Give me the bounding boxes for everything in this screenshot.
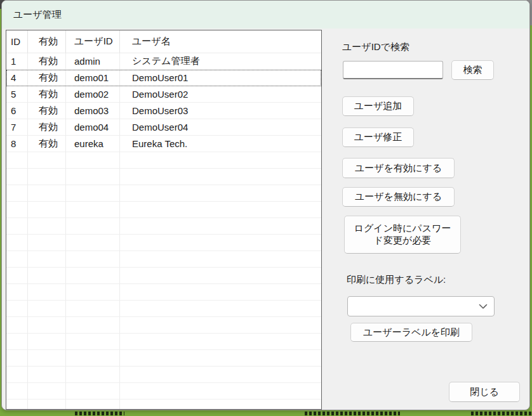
search-button[interactable]: 検索: [451, 60, 494, 80]
modify-user-button[interactable]: ユーザ修正: [342, 127, 414, 147]
cell-enabled: 有効: [28, 119, 66, 136]
cell-user-id: eureka: [66, 136, 120, 152]
empty-table-row[interactable]: [6, 235, 321, 251]
table-row[interactable]: 1 有効 admin システム管理者: [6, 53, 321, 70]
empty-table-row[interactable]: [6, 284, 321, 301]
empty-table-row[interactable]: [6, 169, 321, 185]
user-table-header: ID 有効 ユーザID ユーザ名: [6, 30, 321, 53]
cell-enabled: 有効: [28, 86, 66, 103]
require-password-change-label-line2: ド変更が必要: [374, 235, 432, 247]
table-row[interactable]: 6 有効 demo03 DemoUser03: [6, 103, 321, 119]
cell-enabled: 有効: [28, 53, 66, 70]
print-label-select[interactable]: [347, 296, 495, 316]
user-table-body: 1 有効 admin システム管理者 4 有効 demo01 DemoUser0…: [6, 53, 321, 410]
cell-id: 6: [6, 103, 28, 119]
print-user-label-button[interactable]: ユーザーラベルを印刷: [350, 323, 472, 342]
empty-table-row[interactable]: [6, 383, 321, 400]
chevron-down-icon: [479, 304, 488, 309]
disable-user-button[interactable]: ユーザを無効にする: [342, 187, 455, 207]
background-window-text-fragment: [471, 412, 532, 415]
require-password-change-button[interactable]: ログイン時にパスワー ド変更が必要: [344, 216, 461, 254]
cell-id: 7: [6, 119, 28, 136]
empty-table-row[interactable]: [6, 152, 321, 169]
table-row[interactable]: 4 有効 demo01 DemoUser01: [6, 70, 321, 86]
cell-enabled: 有効: [28, 70, 66, 86]
cell-enabled: 有効: [28, 103, 66, 119]
empty-table-row[interactable]: [6, 185, 321, 202]
cell-user-name: DemoUser02: [120, 86, 321, 103]
add-user-button[interactable]: ユーザ追加: [342, 96, 414, 116]
cell-id: 5: [6, 86, 28, 103]
cell-id: 8: [6, 136, 28, 152]
table-row[interactable]: 7 有効 demo04 DemoUser04: [6, 119, 321, 136]
column-header-enabled[interactable]: 有効: [28, 30, 66, 53]
empty-table-row[interactable]: [6, 218, 321, 235]
cell-user-id: demo04: [66, 119, 120, 136]
cell-user-name: DemoUser01: [120, 70, 321, 86]
print-label-caption: 印刷に使用するラベル:: [347, 274, 446, 286]
require-password-change-label-line1: ログイン時にパスワー: [354, 223, 451, 235]
window-title: ユーザ管理: [13, 9, 62, 21]
background-window: [0, 410, 532, 416]
cell-user-name: DemoUser04: [120, 119, 321, 136]
empty-table-row[interactable]: [6, 202, 321, 218]
user-table[interactable]: ID 有効 ユーザID ユーザ名 1 有効 admin システム管理者 4 有効…: [6, 30, 322, 410]
empty-table-row[interactable]: [6, 251, 321, 268]
search-label: ユーザIDで検索: [342, 41, 409, 53]
empty-table-row[interactable]: [6, 268, 321, 284]
search-input[interactable]: [343, 61, 443, 79]
cell-user-name: Eureka Tech.: [120, 136, 321, 152]
user-management-window: ユーザ管理 ID 有効 ユーザID ユーザ名 1 有効 admin システム管理…: [1, 0, 530, 410]
background-window-text-fragment: [305, 412, 400, 415]
cell-user-name: DemoUser03: [120, 103, 321, 119]
column-header-user-id[interactable]: ユーザID: [66, 30, 120, 53]
table-row[interactable]: 8 有効 eureka Eureka Tech.: [6, 136, 321, 152]
cell-user-id: admin: [66, 53, 120, 70]
cell-user-id: demo02: [66, 86, 120, 103]
empty-table-row[interactable]: [6, 367, 321, 383]
enable-user-button[interactable]: ユーザを有効にする: [342, 158, 455, 178]
empty-table-row[interactable]: [6, 301, 321, 317]
cell-user-id: demo01: [66, 70, 120, 86]
empty-table-row[interactable]: [6, 317, 321, 334]
empty-table-row[interactable]: [6, 350, 321, 367]
column-header-id[interactable]: ID: [6, 30, 28, 53]
close-button[interactable]: 閉じる: [449, 382, 520, 402]
table-row[interactable]: 5 有効 demo02 DemoUser02: [6, 86, 321, 103]
empty-table-row[interactable]: [6, 400, 321, 410]
column-header-user-name[interactable]: ユーザ名: [120, 30, 321, 53]
cell-user-name: システム管理者: [120, 53, 321, 70]
cell-enabled: 有効: [28, 136, 66, 152]
cell-id: 4: [6, 70, 28, 86]
empty-table-row[interactable]: [6, 334, 321, 350]
cell-user-id: demo03: [66, 103, 120, 119]
background-window-text-fragment: [75, 412, 124, 415]
cell-id: 1: [6, 53, 28, 70]
window-titlebar: ユーザ管理: [2, 1, 529, 29]
